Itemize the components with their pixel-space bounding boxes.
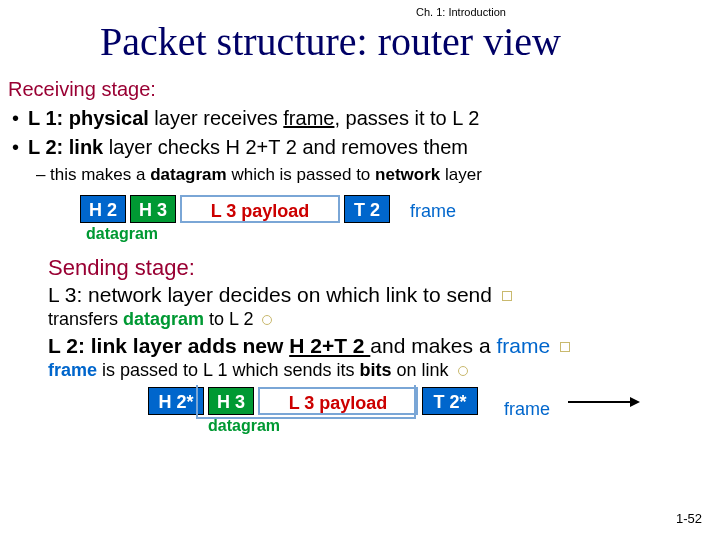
l3-subline: transfers datagram to L 2 [48, 309, 712, 330]
l1-post: layer receives [149, 107, 284, 129]
slide-body: Receiving stage: •L 1: physical layer re… [8, 78, 712, 447]
t2star-box: T 2* [422, 387, 478, 415]
slide-title: Packet structure: router view [100, 18, 561, 65]
l3-line: L 3: network layer decides on which link… [48, 283, 712, 307]
l2-prefix: L 2: [28, 136, 63, 158]
l2-boldword: link [69, 136, 103, 158]
frame-diagram-2: H 2*H 3L 3 payloadT 2* datagram frame [148, 387, 712, 447]
frame-label: frame [410, 201, 456, 222]
arrow-icon [568, 401, 638, 403]
frame-label-2: frame [504, 399, 550, 420]
payload-box: L 3 payload [180, 195, 340, 223]
t2-box: T 2 [344, 195, 390, 223]
l2-line-d: frame [496, 334, 550, 357]
bullet-l2: •L 2: link layer checks H 2+T 2 and remo… [12, 136, 712, 159]
l1-prefix: L 1: [28, 107, 63, 129]
bullet-circle-icon [458, 366, 468, 376]
l1-post2: , passes it to L 2 [334, 107, 479, 129]
bullet-circle-icon [262, 315, 272, 325]
sending-heading: Sending stage: [48, 255, 712, 281]
chapter-label: Ch. 1: Introduction [416, 6, 506, 18]
l2-line: L 2: link layer adds new H 2+T 2 and mak… [48, 334, 712, 358]
datagram-label: datagram [86, 225, 158, 243]
datagram-label-2: datagram [208, 417, 280, 435]
l2-line-c: and makes a [370, 334, 496, 357]
slide-number: 1-52 [676, 511, 702, 526]
frame-diagram-1: H 2H 3L 3 payloadT 2 datagram frame [80, 195, 712, 251]
bullet-square-icon [502, 291, 512, 301]
h3-box: H 3 [130, 195, 176, 223]
l1-boldword: physical [69, 107, 149, 129]
l2-line-a: L 2: link layer adds new [48, 334, 289, 357]
receiving-heading: Receiving stage: [8, 78, 712, 101]
sub-bullet-datagram: –this makes a datagram which is passed t… [36, 165, 712, 185]
l1-frame-word: frame [283, 107, 334, 129]
l2-line-b: H 2+T 2 [289, 334, 370, 357]
bullet-square-icon [560, 342, 570, 352]
l2-subline: frame is passed to L 1 which sends its b… [48, 360, 712, 381]
h2-box: H 2 [80, 195, 126, 223]
bullet-l1: •L 1: physical layer receives frame, pas… [12, 107, 712, 130]
payload-box-2: L 3 payload [258, 387, 418, 415]
l2-post: layer checks H 2+T 2 and removes them [103, 136, 468, 158]
h3-box-2: H 3 [208, 387, 254, 415]
h2star-box: H 2* [148, 387, 204, 415]
